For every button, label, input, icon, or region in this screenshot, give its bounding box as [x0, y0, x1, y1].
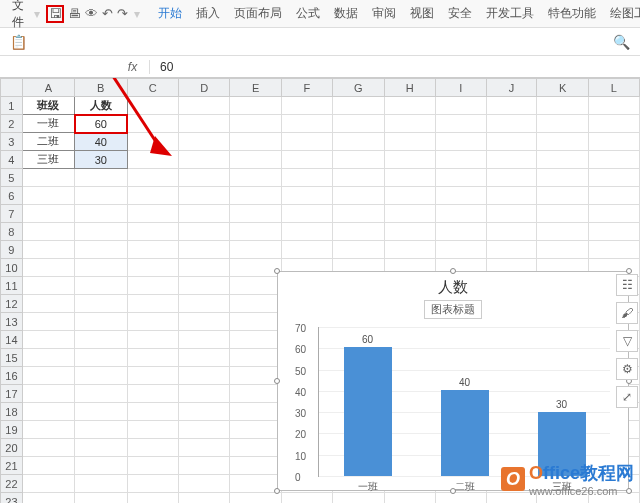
cell-L6[interactable]	[588, 187, 639, 205]
cell-C15[interactable]	[127, 349, 178, 367]
cell-C11[interactable]	[127, 277, 178, 295]
cell-L7[interactable]	[588, 205, 639, 223]
cell-A10[interactable]	[22, 259, 74, 277]
cell-F2[interactable]	[281, 115, 332, 133]
cell-A11[interactable]	[22, 277, 74, 295]
cell-G9[interactable]	[332, 241, 384, 259]
cell-B7[interactable]	[75, 205, 128, 223]
cell-B4[interactable]: 30	[75, 151, 128, 169]
cell-D7[interactable]	[178, 205, 229, 223]
cell-D1[interactable]	[178, 97, 229, 115]
undo-icon[interactable]: ↶	[102, 5, 113, 23]
cell-A3[interactable]: 二班	[22, 133, 74, 151]
cell-E12[interactable]	[230, 295, 281, 313]
cell-G6[interactable]	[332, 187, 384, 205]
filter-icon[interactable]: ▽	[616, 330, 638, 352]
cell-G8[interactable]	[332, 223, 384, 241]
cell-I6[interactable]	[436, 187, 486, 205]
tab-dev[interactable]: 开发工具	[486, 5, 534, 22]
cell-F9[interactable]	[281, 241, 332, 259]
row-header-16[interactable]: 16	[1, 367, 23, 385]
formula-input[interactable]: 60	[150, 60, 640, 74]
cell-E6[interactable]	[230, 187, 281, 205]
cell-L2[interactable]	[588, 115, 639, 133]
row-header-11[interactable]: 11	[1, 277, 23, 295]
cell-F5[interactable]	[281, 169, 332, 187]
row-header-10[interactable]: 10	[1, 259, 23, 277]
cell-L5[interactable]	[588, 169, 639, 187]
cell-C6[interactable]	[127, 187, 178, 205]
cell-J5[interactable]	[486, 169, 537, 187]
cell-B15[interactable]	[75, 349, 128, 367]
cell-K6[interactable]	[537, 187, 588, 205]
cell-B1[interactable]: 人数	[75, 97, 128, 115]
cell-I1[interactable]	[436, 97, 486, 115]
cell-E17[interactable]	[230, 385, 281, 403]
cell-A17[interactable]	[22, 385, 74, 403]
col-header-I[interactable]: I	[436, 79, 486, 97]
cell-A5[interactable]	[22, 169, 74, 187]
cell-G3[interactable]	[332, 133, 384, 151]
chart-subtitle[interactable]: 图表标题	[424, 300, 482, 319]
cell-B13[interactable]	[75, 313, 128, 331]
row-header-12[interactable]: 12	[1, 295, 23, 313]
cell-A16[interactable]	[22, 367, 74, 385]
tab-draw[interactable]: 绘图工具	[610, 5, 640, 22]
cell-J8[interactable]	[486, 223, 537, 241]
cell-C5[interactable]	[127, 169, 178, 187]
col-header-F[interactable]: F	[281, 79, 332, 97]
cell-F6[interactable]	[281, 187, 332, 205]
row-header-14[interactable]: 14	[1, 331, 23, 349]
col-header-A[interactable]: A	[22, 79, 74, 97]
col-header-C[interactable]: C	[127, 79, 178, 97]
cell-B14[interactable]	[75, 331, 128, 349]
search-icon[interactable]: 🔍	[613, 34, 630, 50]
chart-object[interactable]: 人数 图表标题 010203040506070 60 一班 40 二班 30 三…	[277, 271, 629, 491]
col-header-J[interactable]: J	[486, 79, 537, 97]
cell-H8[interactable]	[384, 223, 435, 241]
cell-K8[interactable]	[537, 223, 588, 241]
cell-D23[interactable]	[178, 493, 229, 504]
cell-B17[interactable]	[75, 385, 128, 403]
tab-formula[interactable]: 公式	[296, 5, 320, 22]
cell-B6[interactable]	[75, 187, 128, 205]
brush-icon[interactable]: 🖌	[616, 302, 638, 324]
cell-E10[interactable]	[230, 259, 281, 277]
cell-A6[interactable]	[22, 187, 74, 205]
cell-C8[interactable]	[127, 223, 178, 241]
cell-I3[interactable]	[436, 133, 486, 151]
cell-H23[interactable]	[384, 493, 435, 504]
cell-A19[interactable]	[22, 421, 74, 439]
cell-B8[interactable]	[75, 223, 128, 241]
cell-B12[interactable]	[75, 295, 128, 313]
tab-layout[interactable]: 页面布局	[234, 5, 282, 22]
cell-E19[interactable]	[230, 421, 281, 439]
cell-D4[interactable]	[178, 151, 229, 169]
cell-A14[interactable]	[22, 331, 74, 349]
cell-I7[interactable]	[436, 205, 486, 223]
cell-D10[interactable]	[178, 259, 229, 277]
cell-K4[interactable]	[537, 151, 588, 169]
settings-icon[interactable]: ⚙	[616, 358, 638, 380]
cell-J3[interactable]	[486, 133, 537, 151]
cell-A7[interactable]	[22, 205, 74, 223]
cell-B18[interactable]	[75, 403, 128, 421]
cell-E14[interactable]	[230, 331, 281, 349]
hamburger-icon[interactable]	[6, 6, 8, 22]
cell-K2[interactable]	[537, 115, 588, 133]
cell-K3[interactable]	[537, 133, 588, 151]
file-menu[interactable]: 文件	[12, 0, 24, 31]
redo-icon[interactable]: ↷	[117, 5, 128, 23]
cell-A18[interactable]	[22, 403, 74, 421]
cell-E8[interactable]	[230, 223, 281, 241]
cell-D11[interactable]	[178, 277, 229, 295]
tab-start[interactable]: 开始	[158, 5, 182, 22]
cell-K5[interactable]	[537, 169, 588, 187]
cell-J9[interactable]	[486, 241, 537, 259]
cell-E4[interactable]	[230, 151, 281, 169]
cell-D9[interactable]	[178, 241, 229, 259]
row-header-13[interactable]: 13	[1, 313, 23, 331]
cell-H7[interactable]	[384, 205, 435, 223]
cell-D15[interactable]	[178, 349, 229, 367]
tab-insert[interactable]: 插入	[196, 5, 220, 22]
